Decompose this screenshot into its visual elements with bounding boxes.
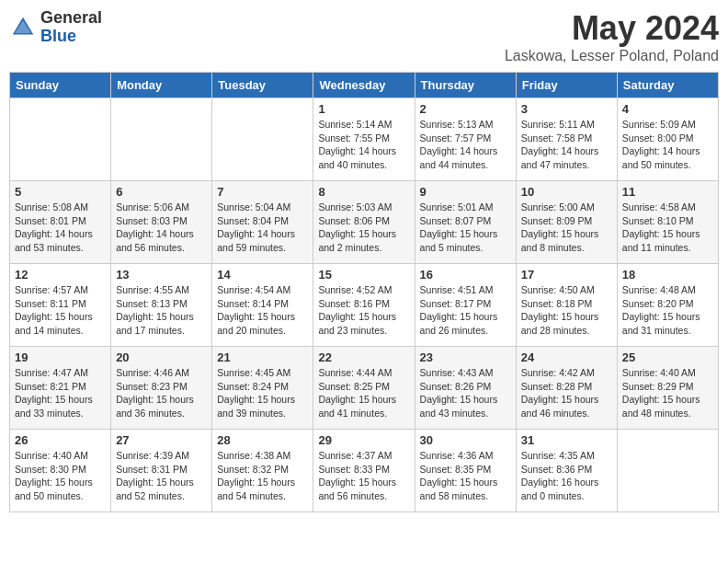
location-title: Laskowa, Lesser Poland, Poland	[505, 48, 719, 64]
day-info: Sunrise: 4:46 AM Sunset: 8:23 PM Dayligh…	[116, 366, 207, 420]
logo-general-text: General	[40, 9, 102, 28]
day-number: 7	[217, 185, 308, 199]
day-number: 30	[420, 433, 511, 447]
title-area: May 2024 Laskowa, Lesser Poland, Poland	[505, 9, 719, 64]
calendar-cell: 25Sunrise: 4:40 AM Sunset: 8:29 PM Dayli…	[617, 347, 718, 430]
weekday-header-tuesday: Tuesday	[212, 73, 313, 98]
calendar-cell: 12Sunrise: 4:57 AM Sunset: 8:11 PM Dayli…	[10, 264, 111, 347]
calendar-cell: 14Sunrise: 4:54 AM Sunset: 8:14 PM Dayli…	[212, 264, 313, 347]
day-info: Sunrise: 5:13 AM Sunset: 7:57 PM Dayligh…	[420, 118, 511, 172]
calendar-cell	[617, 430, 718, 512]
day-number: 16	[420, 268, 511, 282]
calendar-week-row: 26Sunrise: 4:40 AM Sunset: 8:30 PM Dayli…	[10, 430, 719, 512]
day-number: 23	[420, 350, 511, 364]
day-info: Sunrise: 4:39 AM Sunset: 8:31 PM Dayligh…	[116, 449, 207, 503]
day-number: 2	[420, 102, 511, 116]
day-info: Sunrise: 4:57 AM Sunset: 8:11 PM Dayligh…	[15, 283, 106, 338]
logo: General Blue	[9, 9, 102, 46]
day-info: Sunrise: 5:14 AM Sunset: 7:55 PM Dayligh…	[318, 118, 409, 172]
day-number: 10	[521, 185, 612, 199]
calendar-cell: 17Sunrise: 4:50 AM Sunset: 8:18 PM Dayli…	[516, 264, 617, 347]
day-info: Sunrise: 4:55 AM Sunset: 8:13 PM Dayligh…	[116, 283, 207, 338]
calendar-cell: 26Sunrise: 4:40 AM Sunset: 8:30 PM Dayli…	[10, 430, 111, 512]
day-number: 25	[622, 350, 713, 364]
day-number: 15	[318, 268, 409, 282]
calendar-cell: 13Sunrise: 4:55 AM Sunset: 8:13 PM Dayli…	[111, 264, 212, 347]
calendar-cell: 31Sunrise: 4:35 AM Sunset: 8:36 PM Dayli…	[516, 430, 617, 512]
calendar-cell: 19Sunrise: 4:47 AM Sunset: 8:21 PM Dayli…	[10, 347, 111, 430]
day-number: 14	[217, 268, 308, 282]
weekday-header-wednesday: Wednesday	[313, 73, 415, 98]
day-info: Sunrise: 4:43 AM Sunset: 8:26 PM Dayligh…	[420, 366, 511, 420]
weekday-header-sunday: Sunday	[10, 73, 111, 98]
day-number: 20	[116, 350, 207, 364]
day-number: 13	[116, 268, 207, 282]
logo-text: General Blue	[40, 9, 102, 46]
calendar-table: SundayMondayTuesdayWednesdayThursdayFrid…	[9, 72, 719, 512]
day-number: 18	[622, 268, 713, 282]
day-info: Sunrise: 4:36 AM Sunset: 8:35 PM Dayligh…	[420, 449, 511, 503]
day-info: Sunrise: 4:50 AM Sunset: 8:18 PM Dayligh…	[521, 283, 612, 338]
calendar-cell: 15Sunrise: 4:52 AM Sunset: 8:16 PM Dayli…	[313, 264, 415, 347]
calendar-week-row: 5Sunrise: 5:08 AM Sunset: 8:01 PM Daylig…	[10, 181, 719, 264]
day-info: Sunrise: 5:03 AM Sunset: 8:06 PM Dayligh…	[318, 201, 409, 255]
day-info: Sunrise: 4:40 AM Sunset: 8:29 PM Dayligh…	[622, 366, 713, 420]
day-info: Sunrise: 4:37 AM Sunset: 8:33 PM Dayligh…	[318, 449, 409, 503]
calendar-cell: 29Sunrise: 4:37 AM Sunset: 8:33 PM Dayli…	[313, 430, 415, 512]
day-info: Sunrise: 5:00 AM Sunset: 8:09 PM Dayligh…	[521, 201, 612, 255]
calendar-cell: 18Sunrise: 4:48 AM Sunset: 8:20 PM Dayli…	[617, 264, 718, 347]
day-info: Sunrise: 4:35 AM Sunset: 8:36 PM Dayligh…	[521, 449, 612, 503]
calendar-cell: 8Sunrise: 5:03 AM Sunset: 8:06 PM Daylig…	[313, 181, 415, 264]
day-info: Sunrise: 5:09 AM Sunset: 8:00 PM Dayligh…	[622, 118, 713, 172]
day-number: 17	[521, 268, 612, 282]
day-info: Sunrise: 4:51 AM Sunset: 8:17 PM Dayligh…	[420, 283, 511, 338]
calendar-cell: 10Sunrise: 5:00 AM Sunset: 8:09 PM Dayli…	[516, 181, 617, 264]
calendar-cell: 1Sunrise: 5:14 AM Sunset: 7:55 PM Daylig…	[313, 98, 415, 181]
header: General Blue May 2024 Laskowa, Lesser Po…	[9, 9, 719, 64]
day-info: Sunrise: 4:58 AM Sunset: 8:10 PM Dayligh…	[622, 201, 713, 255]
day-number: 5	[15, 185, 106, 199]
day-number: 21	[217, 350, 308, 364]
weekday-header-saturday: Saturday	[617, 73, 718, 98]
month-title: May 2024	[505, 9, 719, 48]
calendar-week-row: 19Sunrise: 4:47 AM Sunset: 8:21 PM Dayli…	[10, 347, 719, 430]
calendar-cell: 2Sunrise: 5:13 AM Sunset: 7:57 PM Daylig…	[415, 98, 516, 181]
day-number: 3	[521, 102, 612, 116]
day-number: 6	[116, 185, 207, 199]
calendar-cell: 11Sunrise: 4:58 AM Sunset: 8:10 PM Dayli…	[617, 181, 718, 264]
calendar-week-row: 1Sunrise: 5:14 AM Sunset: 7:55 PM Daylig…	[10, 98, 719, 181]
day-number: 26	[15, 433, 106, 447]
calendar-cell: 5Sunrise: 5:08 AM Sunset: 8:01 PM Daylig…	[10, 181, 111, 264]
weekday-header-monday: Monday	[111, 73, 212, 98]
day-number: 28	[217, 433, 308, 447]
day-number: 22	[318, 350, 409, 364]
calendar-cell: 30Sunrise: 4:36 AM Sunset: 8:35 PM Dayli…	[415, 430, 516, 512]
day-info: Sunrise: 4:48 AM Sunset: 8:20 PM Dayligh…	[622, 283, 713, 338]
day-info: Sunrise: 4:38 AM Sunset: 8:32 PM Dayligh…	[217, 449, 308, 503]
day-number: 24	[521, 350, 612, 364]
weekday-header-thursday: Thursday	[415, 73, 516, 98]
day-number: 1	[318, 102, 409, 116]
calendar-cell	[111, 98, 212, 181]
logo-blue-text: Blue	[40, 28, 102, 46]
calendar-cell: 9Sunrise: 5:01 AM Sunset: 8:07 PM Daylig…	[415, 181, 516, 264]
calendar-cell: 27Sunrise: 4:39 AM Sunset: 8:31 PM Dayli…	[111, 430, 212, 512]
day-number: 27	[116, 433, 207, 447]
calendar-cell: 16Sunrise: 4:51 AM Sunset: 8:17 PM Dayli…	[415, 264, 516, 347]
day-number: 19	[15, 350, 106, 364]
day-info: Sunrise: 4:52 AM Sunset: 8:16 PM Dayligh…	[318, 283, 409, 338]
day-info: Sunrise: 5:01 AM Sunset: 8:07 PM Dayligh…	[420, 201, 511, 255]
calendar-cell: 6Sunrise: 5:06 AM Sunset: 8:03 PM Daylig…	[111, 181, 212, 264]
day-number: 4	[622, 102, 713, 116]
day-number: 11	[622, 185, 713, 199]
day-info: Sunrise: 5:04 AM Sunset: 8:04 PM Dayligh…	[217, 201, 308, 255]
day-info: Sunrise: 4:47 AM Sunset: 8:21 PM Dayligh…	[15, 366, 106, 420]
calendar-cell: 3Sunrise: 5:11 AM Sunset: 7:58 PM Daylig…	[516, 98, 617, 181]
calendar-cell: 20Sunrise: 4:46 AM Sunset: 8:23 PM Dayli…	[111, 347, 212, 430]
day-number: 12	[15, 268, 106, 282]
day-number: 29	[318, 433, 409, 447]
calendar-cell: 23Sunrise: 4:43 AM Sunset: 8:26 PM Dayli…	[415, 347, 516, 430]
calendar-cell: 7Sunrise: 5:04 AM Sunset: 8:04 PM Daylig…	[212, 181, 313, 264]
day-info: Sunrise: 5:11 AM Sunset: 7:58 PM Dayligh…	[521, 118, 612, 172]
calendar-cell: 4Sunrise: 5:09 AM Sunset: 8:00 PM Daylig…	[617, 98, 718, 181]
